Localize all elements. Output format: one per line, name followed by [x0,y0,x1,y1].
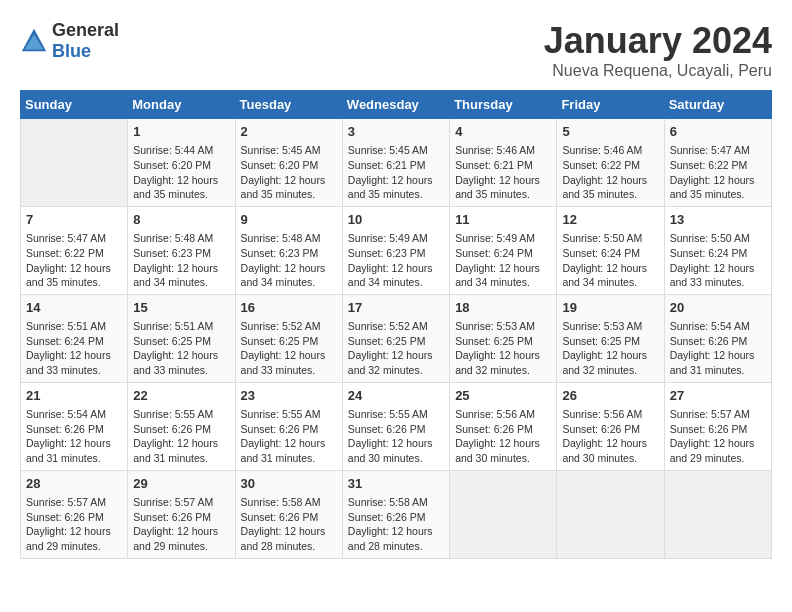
sunset-text: Sunset: 6:26 PM [26,422,122,437]
sunrise-text: Sunrise: 5:49 AM [348,231,444,246]
daylight-text: Daylight: 12 hours and 32 minutes. [455,348,551,377]
daylight-text: Daylight: 12 hours and 35 minutes. [133,173,229,202]
day-number: 28 [26,475,122,493]
sunset-text: Sunset: 6:20 PM [241,158,337,173]
day-number: 18 [455,299,551,317]
calendar-cell: 18Sunrise: 5:53 AMSunset: 6:25 PMDayligh… [450,294,557,382]
sunrise-text: Sunrise: 5:47 AM [26,231,122,246]
calendar-cell: 6Sunrise: 5:47 AMSunset: 6:22 PMDaylight… [664,119,771,207]
daylight-text: Daylight: 12 hours and 30 minutes. [348,436,444,465]
sunset-text: Sunset: 6:22 PM [26,246,122,261]
calendar-cell: 5Sunrise: 5:46 AMSunset: 6:22 PMDaylight… [557,119,664,207]
daylight-text: Daylight: 12 hours and 28 minutes. [348,524,444,553]
daylight-text: Daylight: 12 hours and 32 minutes. [562,348,658,377]
day-number: 19 [562,299,658,317]
sunrise-text: Sunrise: 5:54 AM [670,319,766,334]
sunset-text: Sunset: 6:26 PM [133,510,229,525]
daylight-text: Daylight: 12 hours and 35 minutes. [562,173,658,202]
day-number: 3 [348,123,444,141]
sunset-text: Sunset: 6:26 PM [455,422,551,437]
logo-icon [20,27,48,55]
sunset-text: Sunset: 6:26 PM [26,510,122,525]
logo-general: General [52,20,119,40]
calendar-cell: 22Sunrise: 5:55 AMSunset: 6:26 PMDayligh… [128,382,235,470]
calendar-table: SundayMondayTuesdayWednesdayThursdayFrid… [20,90,772,559]
calendar-cell: 3Sunrise: 5:45 AMSunset: 6:21 PMDaylight… [342,119,449,207]
sunrise-text: Sunrise: 5:58 AM [241,495,337,510]
calendar-cell: 7Sunrise: 5:47 AMSunset: 6:22 PMDaylight… [21,206,128,294]
sunrise-text: Sunrise: 5:50 AM [562,231,658,246]
calendar-cell: 14Sunrise: 5:51 AMSunset: 6:24 PMDayligh… [21,294,128,382]
day-number: 6 [670,123,766,141]
sunset-text: Sunset: 6:26 PM [670,422,766,437]
logo: General Blue [20,20,119,62]
day-number: 13 [670,211,766,229]
sunrise-text: Sunrise: 5:53 AM [562,319,658,334]
sunrise-text: Sunrise: 5:46 AM [562,143,658,158]
calendar-cell: 20Sunrise: 5:54 AMSunset: 6:26 PMDayligh… [664,294,771,382]
daylight-text: Daylight: 12 hours and 35 minutes. [348,173,444,202]
sunrise-text: Sunrise: 5:57 AM [133,495,229,510]
daylight-text: Daylight: 12 hours and 35 minutes. [455,173,551,202]
sunset-text: Sunset: 6:24 PM [562,246,658,261]
daylight-text: Daylight: 12 hours and 28 minutes. [241,524,337,553]
daylight-text: Daylight: 12 hours and 32 minutes. [348,348,444,377]
day-number: 15 [133,299,229,317]
daylight-text: Daylight: 12 hours and 33 minutes. [26,348,122,377]
calendar-cell [21,119,128,207]
day-number: 12 [562,211,658,229]
day-number: 8 [133,211,229,229]
calendar-cell: 11Sunrise: 5:49 AMSunset: 6:24 PMDayligh… [450,206,557,294]
day-number: 4 [455,123,551,141]
sunrise-text: Sunrise: 5:55 AM [133,407,229,422]
sunrise-text: Sunrise: 5:57 AM [26,495,122,510]
sunrise-text: Sunrise: 5:48 AM [241,231,337,246]
calendar-cell [557,470,664,558]
calendar-cell: 24Sunrise: 5:55 AMSunset: 6:26 PMDayligh… [342,382,449,470]
daylight-text: Daylight: 12 hours and 30 minutes. [455,436,551,465]
calendar-cell: 26Sunrise: 5:56 AMSunset: 6:26 PMDayligh… [557,382,664,470]
day-number: 24 [348,387,444,405]
calendar-cell: 29Sunrise: 5:57 AMSunset: 6:26 PMDayligh… [128,470,235,558]
sunset-text: Sunset: 6:24 PM [670,246,766,261]
calendar-cell: 21Sunrise: 5:54 AMSunset: 6:26 PMDayligh… [21,382,128,470]
sunset-text: Sunset: 6:26 PM [241,422,337,437]
calendar-week-row: 21Sunrise: 5:54 AMSunset: 6:26 PMDayligh… [21,382,772,470]
sunset-text: Sunset: 6:20 PM [133,158,229,173]
sunset-text: Sunset: 6:22 PM [670,158,766,173]
logo-blue: Blue [52,41,91,61]
day-number: 2 [241,123,337,141]
calendar-cell: 13Sunrise: 5:50 AMSunset: 6:24 PMDayligh… [664,206,771,294]
day-number: 22 [133,387,229,405]
month-title: January 2024 [544,20,772,62]
day-number: 7 [26,211,122,229]
day-number: 26 [562,387,658,405]
calendar-cell: 15Sunrise: 5:51 AMSunset: 6:25 PMDayligh… [128,294,235,382]
sunrise-text: Sunrise: 5:55 AM [348,407,444,422]
sunset-text: Sunset: 6:26 PM [133,422,229,437]
calendar-cell [664,470,771,558]
daylight-text: Daylight: 12 hours and 33 minutes. [241,348,337,377]
sunrise-text: Sunrise: 5:56 AM [562,407,658,422]
day-number: 21 [26,387,122,405]
daylight-text: Daylight: 12 hours and 34 minutes. [133,261,229,290]
sunset-text: Sunset: 6:26 PM [670,334,766,349]
daylight-text: Daylight: 12 hours and 34 minutes. [241,261,337,290]
calendar-cell [450,470,557,558]
daylight-text: Daylight: 12 hours and 29 minutes. [133,524,229,553]
page-header: General Blue January 2024 Nueva Requena,… [20,20,772,80]
sunrise-text: Sunrise: 5:55 AM [241,407,337,422]
calendar-week-row: 14Sunrise: 5:51 AMSunset: 6:24 PMDayligh… [21,294,772,382]
calendar-cell: 2Sunrise: 5:45 AMSunset: 6:20 PMDaylight… [235,119,342,207]
day-number: 25 [455,387,551,405]
weekday-header: Monday [128,91,235,119]
daylight-text: Daylight: 12 hours and 35 minutes. [241,173,337,202]
day-number: 9 [241,211,337,229]
day-number: 10 [348,211,444,229]
calendar-cell: 27Sunrise: 5:57 AMSunset: 6:26 PMDayligh… [664,382,771,470]
sunset-text: Sunset: 6:22 PM [562,158,658,173]
calendar-header-row: SundayMondayTuesdayWednesdayThursdayFrid… [21,91,772,119]
calendar-cell: 17Sunrise: 5:52 AMSunset: 6:25 PMDayligh… [342,294,449,382]
sunset-text: Sunset: 6:25 PM [133,334,229,349]
sunrise-text: Sunrise: 5:49 AM [455,231,551,246]
